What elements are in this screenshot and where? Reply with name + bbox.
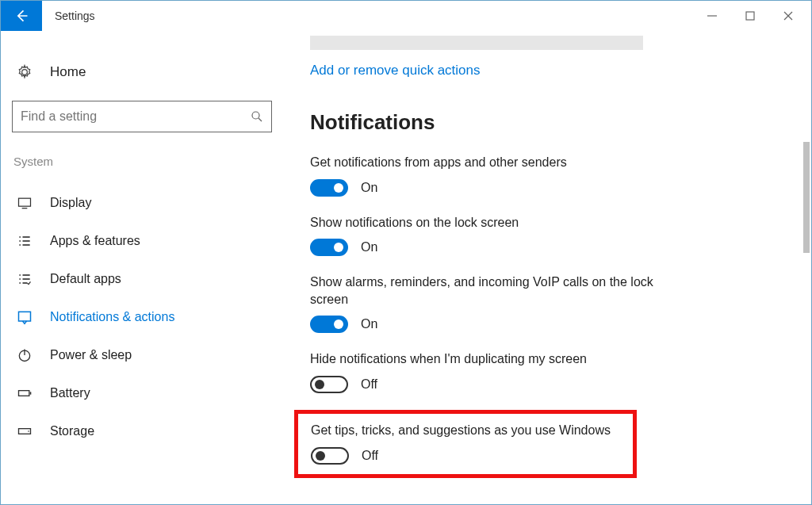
setting-get-notifications: Get notifications from apps and other se…: [310, 154, 811, 197]
arrow-left-icon: [13, 8, 29, 24]
setting-desc: Get notifications from apps and other se…: [310, 154, 683, 171]
sidebar-item-label: Battery: [50, 386, 90, 400]
close-icon: [783, 10, 794, 21]
window-title: Settings: [42, 1, 707, 31]
title-bar: Settings: [1, 1, 811, 31]
vertical-scrollbar[interactable]: [803, 142, 810, 253]
sidebar-item-label: Default apps: [50, 272, 121, 286]
sidebar-item-label: Notifications & actions: [50, 310, 174, 324]
setting-hide-duplicating: Hide notifications when I'm duplicating …: [310, 350, 811, 393]
quick-actions-placeholder: [310, 36, 643, 50]
default-apps-icon: [17, 271, 33, 287]
sidebar-item-battery[interactable]: Battery: [12, 374, 267, 412]
toggle-alarms-reminders[interactable]: [310, 316, 348, 333]
toggle-state: On: [361, 240, 377, 254]
setting-tips-tricks: Get tips, tricks, and suggestions as you…: [311, 422, 620, 465]
setting-desc: Hide notifications when I'm duplicating …: [310, 350, 683, 368]
search-box[interactable]: [12, 101, 272, 132]
svg-line-5: [259, 118, 262, 121]
toggle-lock-screen-notifications[interactable]: [310, 239, 348, 256]
sidebar: Home System Display Apps & features Defa…: [1, 31, 278, 504]
storage-icon: [17, 423, 33, 439]
setting-alarms-reminders: Show alarms, reminders, and incoming VoI…: [310, 274, 811, 333]
sidebar-item-default-apps[interactable]: Default apps: [12, 260, 267, 298]
list-icon: [17, 233, 33, 249]
minimize-button[interactable]: [707, 10, 718, 21]
svg-rect-20: [19, 312, 31, 321]
maximize-icon: [745, 10, 756, 21]
svg-point-4: [252, 112, 259, 119]
svg-rect-24: [30, 392, 32, 394]
sidebar-item-label: Storage: [50, 424, 94, 438]
setting-desc: Show notifications on the lock screen: [310, 214, 683, 231]
sidebar-item-label: Display: [50, 196, 91, 210]
section-heading: Notifications: [310, 110, 811, 135]
maximize-button[interactable]: [745, 10, 756, 21]
sidebar-section-label: System: [12, 155, 267, 168]
highlighted-setting: Get tips, tricks, and suggestions as you…: [294, 410, 637, 478]
setting-desc: Get tips, tricks, and suggestions as you…: [311, 422, 620, 439]
search-icon: [251, 110, 263, 123]
back-button[interactable]: [1, 1, 42, 31]
quick-actions-link[interactable]: Add or remove quick actions: [310, 63, 481, 78]
gear-icon: [17, 64, 33, 80]
close-button[interactable]: [783, 10, 794, 21]
svg-rect-23: [19, 391, 29, 396]
sidebar-item-notifications-actions[interactable]: Notifications & actions: [12, 298, 267, 336]
toggle-state: On: [361, 181, 377, 195]
svg-point-26: [28, 430, 29, 432]
sidebar-home-label: Home: [50, 64, 86, 80]
search-input[interactable]: [21, 109, 251, 124]
svg-rect-1: [746, 12, 754, 20]
toggle-state: Off: [361, 377, 377, 392]
toggle-state: On: [361, 317, 377, 331]
sidebar-item-storage[interactable]: Storage: [12, 412, 267, 450]
sidebar-item-apps-features[interactable]: Apps & features: [12, 222, 267, 260]
toggle-state: Off: [362, 449, 378, 463]
display-icon: [17, 195, 33, 211]
window-controls: [707, 1, 811, 31]
sidebar-item-label: Power & sleep: [50, 348, 132, 362]
sidebar-item-power-sleep[interactable]: Power & sleep: [12, 336, 267, 374]
toggle-get-notifications[interactable]: [310, 179, 348, 197]
svg-rect-6: [19, 198, 31, 206]
setting-desc: Show alarms, reminders, and incoming VoI…: [310, 274, 683, 308]
minimize-icon: [707, 10, 718, 21]
power-icon: [17, 347, 33, 363]
setting-lock-screen-notifications: Show notifications on the lock screen On: [310, 214, 811, 257]
notification-icon: [17, 309, 33, 325]
battery-icon: [17, 385, 33, 401]
sidebar-item-label: Apps & features: [50, 234, 140, 248]
toggle-tips-tricks[interactable]: [311, 447, 349, 465]
sidebar-home[interactable]: Home: [12, 61, 267, 83]
toggle-hide-duplicating[interactable]: [310, 376, 348, 393]
sidebar-item-display[interactable]: Display: [12, 184, 267, 222]
